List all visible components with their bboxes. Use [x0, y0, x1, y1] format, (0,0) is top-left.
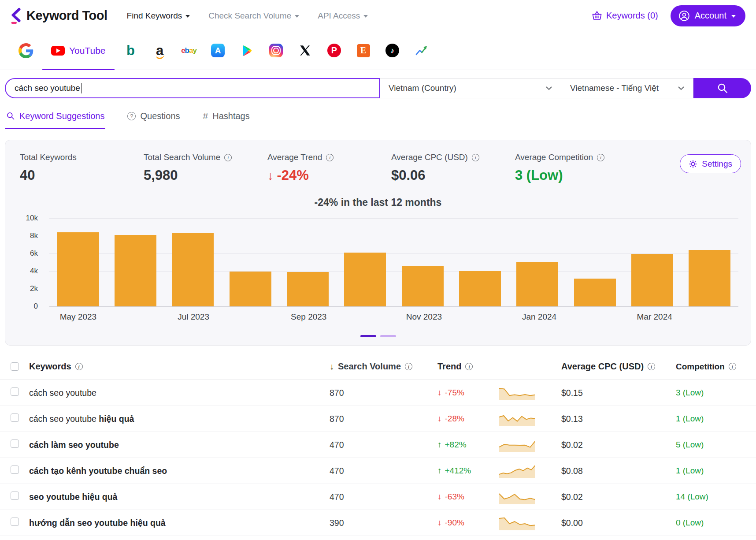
amazon-icon: a: [156, 44, 163, 57]
platform-tab-bing[interactable]: b: [116, 44, 145, 57]
bar-slot: [337, 218, 394, 306]
tab-keyword-suggestions[interactable]: Keyword Suggestions: [5, 106, 105, 129]
search-volume-cell: 390: [321, 518, 431, 528]
select-all-checkbox[interactable]: [11, 362, 19, 371]
trend-down-icon: ↓: [437, 518, 442, 528]
platform-tab-google-trends[interactable]: [407, 45, 436, 56]
tab-hashtags[interactable]: Hashtags: [202, 106, 251, 129]
gear-icon: [689, 160, 697, 168]
app-logo[interactable]: Keyword Tool: [10, 7, 107, 24]
bar-slot: [49, 218, 107, 306]
platform-tab-youtube[interactable]: YouTube: [42, 31, 115, 70]
stats-row: Total Keywords 40 Total Search Volume 5,…: [15, 153, 741, 183]
platform-tab-ebay[interactable]: ebay: [174, 46, 204, 55]
keyword-tool-logo-icon: [10, 7, 22, 24]
trend-down-icon: ↓: [437, 388, 442, 398]
row-checkbox[interactable]: [11, 518, 19, 526]
chart-bars: [49, 218, 738, 306]
competition-cell: 0 (Low): [667, 518, 756, 528]
average-trend-value: ↓-24%: [267, 168, 391, 183]
pagination-dash[interactable]: [360, 335, 376, 337]
competition-cell: 5 (Low): [667, 440, 756, 450]
trend-percent: -75%: [445, 388, 464, 398]
chart-bar: [344, 253, 386, 306]
chart-bar: [689, 250, 730, 306]
platform-tab-pinterest[interactable]: P: [320, 44, 349, 57]
settings-button[interactable]: Settings: [680, 154, 741, 173]
keyword-cell: seo youtube hiệu quả: [29, 492, 321, 502]
platform-tabs: YouTube b a ebay A P E ♪: [0, 31, 756, 70]
x-axis-label: Nov 2023: [395, 312, 453, 322]
chevron-down-icon: [185, 15, 190, 18]
account-button[interactable]: Account: [671, 5, 745, 26]
trend-sparkline: [499, 462, 535, 478]
chevron-down-icon: [295, 15, 299, 18]
info-icon[interactable]: [405, 363, 412, 370]
app-title: Keyword Tool: [26, 8, 107, 23]
row-checkbox[interactable]: [11, 387, 19, 396]
language-select[interactable]: Vietnamese - Tiếng Việt: [561, 78, 693, 98]
trend-sparkline: [499, 410, 535, 426]
platform-tab-app-store[interactable]: A: [204, 44, 233, 57]
row-checkbox[interactable]: [11, 466, 19, 474]
row-checkbox[interactable]: [11, 492, 19, 500]
cpc-cell: $0.02: [552, 492, 667, 502]
basket-icon: [592, 11, 602, 21]
cpc-cell: $0.15: [552, 388, 667, 398]
trend-down-icon: ↓: [437, 492, 442, 502]
x-twitter-icon: [299, 45, 311, 56]
info-icon[interactable]: [597, 154, 604, 161]
info-icon[interactable]: [729, 363, 736, 370]
row-checkbox[interactable]: [11, 413, 19, 422]
hashtag-icon: [203, 111, 208, 121]
x-axis-label: [683, 312, 741, 322]
platform-tab-amazon[interactable]: a: [145, 44, 174, 57]
chevron-down-icon: [363, 15, 368, 18]
platform-tab-google[interactable]: [11, 43, 41, 58]
row-checkbox-cell: [11, 492, 29, 502]
ebay-icon: ebay: [181, 46, 196, 55]
platform-tab-tiktok[interactable]: ♪: [378, 44, 407, 57]
sparkline-cell: [499, 410, 552, 428]
platform-tab-etsy[interactable]: E: [349, 44, 378, 57]
chart-bar: [287, 272, 329, 306]
trend-down-icon: ↓: [267, 169, 274, 182]
info-icon[interactable]: [75, 363, 83, 370]
info-icon[interactable]: [326, 154, 334, 161]
tab-questions[interactable]: Questions: [126, 106, 181, 129]
nav-check-search-volume[interactable]: Check Search Volume: [208, 11, 299, 21]
trend-cell: ↓-63%: [431, 492, 499, 502]
search-button[interactable]: [693, 78, 751, 98]
sort-desc-icon: ↓: [330, 361, 334, 372]
row-checkbox-cell: [11, 387, 29, 398]
platform-tab-google-play[interactable]: [233, 44, 262, 58]
google-icon: [19, 43, 33, 58]
pinterest-icon: P: [327, 44, 341, 57]
search-bar: cách seo youtube Vietnam (Country) Vietn…: [5, 78, 751, 98]
y-axis-label: 6k: [16, 249, 38, 258]
nav-api-access[interactable]: API Access: [318, 11, 368, 21]
keywords-cart-button[interactable]: Keywords (0): [592, 11, 658, 21]
header-competition: Competition: [667, 362, 756, 372]
keywords-table: Keywords ↓ Search Volume Trend Average C…: [0, 361, 756, 536]
nav-find-keywords[interactable]: Find Keywords: [127, 11, 190, 21]
pagination-dash[interactable]: [380, 335, 396, 337]
chart-bar: [516, 262, 558, 306]
keyword-search-input[interactable]: cách seo youtube: [5, 78, 380, 98]
info-icon[interactable]: [224, 154, 232, 161]
country-select[interactable]: Vietnam (Country): [380, 78, 561, 98]
platform-tab-x-twitter[interactable]: [291, 45, 320, 56]
info-icon[interactable]: [465, 363, 473, 370]
row-checkbox[interactable]: [11, 439, 19, 448]
search-volume-cell: 470: [321, 440, 431, 450]
sparkline-cell: [499, 462, 552, 480]
trend-sparkline: [499, 514, 535, 530]
sparkline-cell: [499, 514, 552, 533]
info-icon[interactable]: [648, 363, 655, 370]
header-search-volume[interactable]: ↓ Search Volume: [321, 361, 431, 372]
chart-bar: [57, 232, 99, 306]
navbar-right: Keywords (0) Account: [592, 5, 745, 26]
platform-tab-instagram[interactable]: [262, 44, 291, 57]
keyword-text-bold: cách làm seo youtube: [29, 440, 119, 450]
info-icon[interactable]: [472, 154, 479, 161]
